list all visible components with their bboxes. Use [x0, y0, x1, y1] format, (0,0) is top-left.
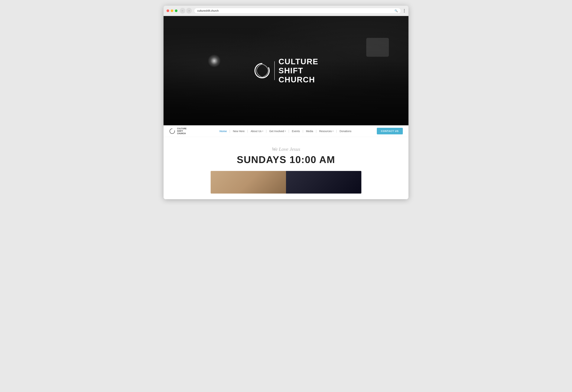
svg-point-1: [170, 129, 175, 134]
tagline: We Love Jesus: [167, 147, 405, 152]
address-bar[interactable]: cultureshift.church 🔍: [194, 8, 401, 14]
nav-item-resources[interactable]: Resources ▾: [318, 129, 334, 133]
navigation-buttons: ← →: [180, 8, 192, 14]
nav-link-about-us[interactable]: About Us ▾: [249, 129, 264, 133]
close-button[interactable]: [167, 9, 169, 12]
nav-item-media[interactable]: Media: [305, 129, 314, 133]
back-button[interactable]: ←: [180, 8, 185, 14]
stage-light-left: [208, 54, 221, 67]
nav-logo-text: CULTURE SHIFT CHURCH: [177, 127, 187, 135]
about-us-dropdown-arrow: ▾: [262, 130, 263, 132]
forward-button[interactable]: →: [186, 8, 192, 14]
menu-dot: [404, 9, 405, 10]
search-icon: 🔍: [395, 9, 398, 12]
nav-logo-icon: [169, 128, 175, 134]
nav-separator: |: [314, 130, 318, 133]
hero-section: CULTURE SHIFT CHURCH: [163, 16, 409, 125]
nav-item-get-involved[interactable]: Get Involved ▾: [268, 129, 287, 133]
nav-separator: |: [287, 130, 291, 133]
nav-link-get-involved[interactable]: Get Involved ▾: [268, 129, 287, 133]
thumbnail-left: [211, 171, 286, 194]
nav-item-new-here[interactable]: New Here: [232, 129, 246, 133]
nav-link-events[interactable]: Events: [291, 129, 301, 133]
nav-separator: |: [228, 130, 232, 133]
browser-titlebar: ← → cultureshift.church 🔍: [163, 6, 409, 16]
website-content: CULTURE SHIFT CHURCH CULTURE SHIFT CHURC…: [163, 16, 409, 199]
navbar: CULTURE SHIFT CHURCH Home | New Here | A…: [163, 125, 409, 137]
thumbnail-row: [211, 171, 361, 194]
thumbnail-right: [286, 171, 361, 194]
service-time: SUNDAYS 10:00 AM: [167, 154, 405, 165]
menu-dot: [404, 10, 405, 11]
stage-light-right: [366, 38, 389, 57]
browser-menu-button[interactable]: [403, 8, 405, 13]
svg-point-0: [255, 64, 269, 78]
nav-link-resources[interactable]: Resources ▾: [318, 129, 334, 133]
menu-dot: [404, 12, 405, 13]
url-text: cultureshift.church: [197, 9, 219, 12]
nav-logo[interactable]: CULTURE SHIFT CHURCH: [169, 127, 187, 135]
nav-item-about-us[interactable]: About Us ▾: [249, 129, 264, 133]
nav-separator: |: [301, 130, 305, 133]
nav-link-donations[interactable]: Donations: [338, 129, 352, 133]
nav-separator: |: [334, 130, 338, 133]
minimize-button[interactable]: [171, 9, 173, 12]
maximize-button[interactable]: [175, 9, 177, 12]
traffic-lights: [167, 9, 177, 12]
nav-separator: |: [246, 130, 249, 133]
nav-link-media[interactable]: Media: [305, 129, 314, 133]
logo-divider: [274, 61, 275, 80]
hero-logo-text: CULTURE SHIFT CHURCH: [278, 57, 318, 84]
logo-circle-icon: [254, 62, 270, 79]
nav-item-home[interactable]: Home: [218, 129, 228, 133]
resources-dropdown-arrow: ▾: [333, 130, 334, 132]
contact-us-button[interactable]: CONTACT US: [377, 128, 403, 134]
hero-logo: CULTURE SHIFT CHURCH: [254, 57, 318, 84]
nav-item-events[interactable]: Events: [291, 129, 301, 133]
browser-window: ← → cultureshift.church 🔍: [163, 6, 409, 199]
nav-link-new-here[interactable]: New Here: [232, 129, 246, 133]
nav-menu: Home | New Here | About Us ▾ | Get Invol…: [194, 129, 377, 133]
nav-separator: |: [264, 130, 268, 133]
get-involved-dropdown-arrow: ▾: [285, 130, 286, 132]
below-fold-section: We Love Jesus SUNDAYS 10:00 AM: [163, 137, 409, 199]
nav-link-home[interactable]: Home: [218, 129, 228, 133]
nav-item-donations[interactable]: Donations: [338, 129, 352, 133]
